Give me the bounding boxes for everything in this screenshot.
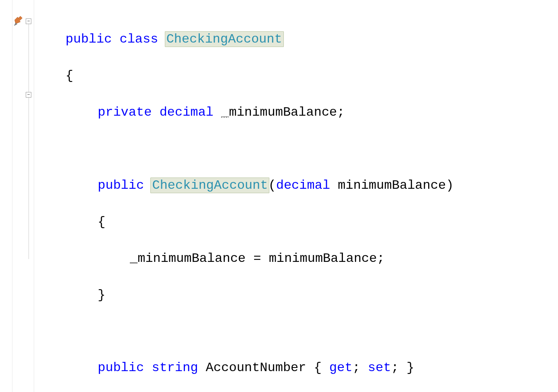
fold-toggle-class[interactable]	[26, 18, 31, 24]
fold-toggle-constructor[interactable]	[26, 92, 31, 98]
code-line-constructor: public CheckingAccount(decimal minimumBa…	[66, 176, 558, 194]
quick-action-icon[interactable]	[13, 15, 24, 27]
code-line-blank	[66, 140, 558, 158]
code-line-blank	[66, 322, 558, 340]
code-editor[interactable]: public class CheckingAccount { private d…	[34, 0, 558, 392]
code-line-prop-accountnumber: public string AccountNumber { get; set; …	[66, 359, 558, 377]
gutter-divider	[12, 0, 12, 392]
code-line-class-decl: public class CheckingAccount	[66, 30, 558, 48]
fold-line-class	[29, 24, 29, 259]
class-name-highlighted: CheckingAccount	[165, 31, 284, 47]
constructor-name-highlighted: CheckingAccount	[150, 178, 269, 193]
code-line-field: private decimal _minimumBalance;	[66, 103, 558, 121]
code-line-ctor-close: }	[66, 286, 558, 304]
code-line-ctor-open: {	[66, 213, 558, 231]
editor-gutter	[0, 0, 34, 392]
code-line-open-brace: {	[66, 67, 558, 85]
code-line-assignment: _minimumBalance = minimumBalance;	[66, 249, 558, 267]
